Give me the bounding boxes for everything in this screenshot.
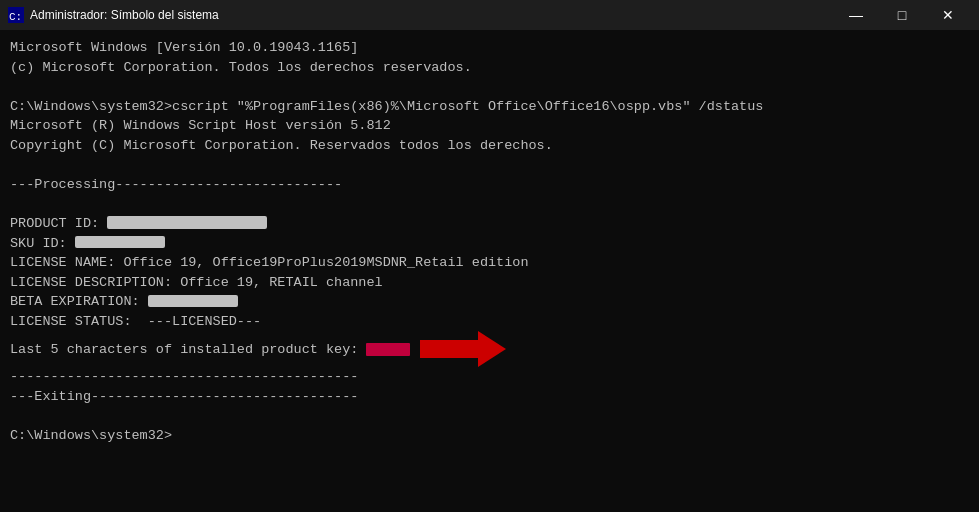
title-bar: C: Administrador: Símbolo del sistema — …: [0, 0, 979, 30]
minimize-button[interactable]: —: [833, 0, 879, 30]
maximize-button[interactable]: □: [879, 0, 925, 30]
line-3: [10, 77, 969, 97]
line-sku-id: SKU ID:: [10, 234, 969, 254]
cmd-icon: C:: [8, 7, 24, 23]
line-license-desc: LICENSE DESCRIPTION: Office 19, RETAIL c…: [10, 273, 969, 293]
line-separator1: ----------------------------------------…: [10, 367, 969, 387]
line-6: Copyright (C) Microsoft Corporation. Res…: [10, 136, 969, 156]
product-key-redacted: [366, 343, 410, 355]
line-5: Microsoft (R) Windows Script Host versió…: [10, 116, 969, 136]
line-1: Microsoft Windows [Versión 10.0.19043.11…: [10, 38, 969, 58]
beta-exp-redacted: [148, 295, 238, 307]
title-bar-left: C: Administrador: Símbolo del sistema: [8, 7, 219, 23]
title-text: Administrador: Símbolo del sistema: [30, 8, 219, 22]
product-id-redacted: [107, 216, 267, 228]
line-blank2: [10, 407, 969, 427]
line-9: [10, 195, 969, 215]
line-license-name: LICENSE NAME: Office 19, Office19ProPlus…: [10, 253, 969, 273]
line-4: C:\Windows\system32>cscript "%ProgramFil…: [10, 97, 969, 117]
line-exiting: ---Exiting------------------------------…: [10, 387, 969, 407]
sku-id-redacted: [75, 236, 165, 248]
line-7: [10, 155, 969, 175]
line-2: (c) Microsoft Corporation. Todos los der…: [10, 58, 969, 78]
red-arrow: [420, 331, 506, 367]
close-button[interactable]: ✕: [925, 0, 971, 30]
line-beta-exp: BETA EXPIRATION:: [10, 292, 969, 312]
line-prompt: C:\Windows\system32>: [10, 426, 969, 446]
line-license-status: LICENSE STATUS: ---LICENSED---: [10, 312, 969, 332]
line-8: ---Processing---------------------------…: [10, 175, 969, 195]
line-product-id: PRODUCT ID:: [10, 214, 969, 234]
terminal-window[interactable]: Microsoft Windows [Versión 10.0.19043.11…: [0, 30, 979, 512]
window-controls: — □ ✕: [833, 0, 971, 30]
line-product-key: Last 5 characters of installed product k…: [10, 331, 969, 367]
svg-text:C:: C:: [9, 11, 22, 23]
